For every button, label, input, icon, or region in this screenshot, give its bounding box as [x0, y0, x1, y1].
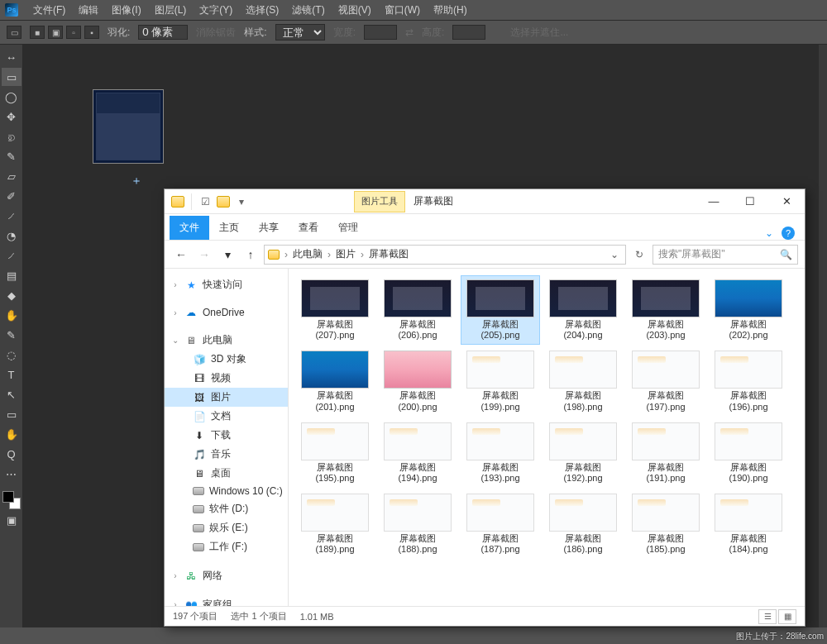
crumb-0[interactable]: 此电脑 [289, 246, 326, 263]
sidebar-onedrive[interactable]: ›☁OneDrive [165, 304, 288, 321]
file-item[interactable]: 屏幕截图 (205).png [461, 275, 540, 345]
ps-tool[interactable]: ◌ [2, 346, 22, 364]
intersect-selection-icon[interactable]: ▪ [84, 26, 99, 39]
file-item[interactable]: 屏幕截图 (194).png [378, 418, 457, 488]
recent-locations-icon[interactable]: ▾ [218, 245, 237, 265]
forward-button[interactable]: → [194, 245, 214, 265]
tab-share[interactable]: 共享 [249, 216, 289, 240]
menu-item[interactable]: 窗口(W) [378, 0, 427, 21]
sidebar-quick-access[interactable]: ›★快速访问 [165, 275, 288, 294]
ps-tool[interactable]: ✋ [2, 306, 22, 324]
sidebar-item[interactable]: 🖼图片 [165, 388, 288, 407]
menu-item[interactable]: 图层(L) [148, 0, 194, 21]
menu-item[interactable]: 滤镜(T) [285, 0, 331, 21]
style-select[interactable]: 正常 [275, 24, 325, 41]
customize-qat-icon[interactable]: ▾ [235, 195, 248, 208]
file-item[interactable]: 屏幕截图 (192).png [543, 418, 623, 488]
file-item[interactable]: 屏幕截图 (188).png [378, 489, 457, 559]
file-item[interactable]: 屏幕截图 (198).png [543, 346, 623, 416]
menu-item[interactable]: 帮助(H) [427, 0, 474, 21]
sidebar-item[interactable]: 娱乐 (E:) [165, 518, 288, 537]
document-thumbnail[interactable] [93, 89, 164, 164]
add-selection-icon[interactable]: ▣ [48, 26, 63, 39]
ps-tool[interactable]: ◯ [2, 88, 22, 106]
tab-file[interactable]: 文件 [170, 216, 209, 240]
sidebar-item[interactable]: 📄文档 [165, 407, 288, 426]
select-mask-button[interactable]: 选择并遮住... [510, 26, 568, 40]
ps-tool[interactable]: ✐ [2, 187, 22, 205]
file-item[interactable]: 屏幕截图 (189).png [295, 489, 375, 559]
close-button[interactable]: ✕ [768, 189, 805, 214]
sidebar-this-pc[interactable]: ⌄🖥此电脑 [165, 331, 288, 350]
sidebar-item[interactable]: 🎵音乐 [165, 445, 288, 464]
ps-tool[interactable]: ▱ [2, 167, 22, 185]
file-item[interactable]: 屏幕截图 (197).png [626, 346, 705, 416]
file-item[interactable]: 屏幕截图 (204).png [543, 275, 623, 345]
address-bar[interactable]: › 此电脑 › 图片 › 屏幕截图 ⌄ [264, 245, 626, 265]
back-button[interactable]: ← [171, 245, 191, 265]
menu-item[interactable]: 视图(V) [332, 0, 378, 21]
ps-right-collapsed-panel[interactable] [819, 45, 827, 627]
menu-item[interactable]: 编辑 [72, 0, 105, 21]
file-item[interactable]: 屏幕截图 (184).png [709, 489, 788, 559]
sidebar-item[interactable]: 软件 (D:) [165, 499, 288, 518]
color-swatch[interactable] [2, 491, 21, 509]
quick-mask-icon[interactable]: ▣ [2, 511, 22, 529]
maximize-button[interactable]: ☐ [732, 189, 768, 214]
file-item[interactable]: 屏幕截图 (191).png [626, 418, 705, 488]
props-icon[interactable]: ☑ [198, 195, 212, 208]
refresh-button[interactable]: ↻ [629, 245, 649, 265]
sidebar-homegroup[interactable]: ›👥家庭组 [165, 595, 288, 606]
ps-tool[interactable]: ◔ [2, 227, 22, 245]
ps-tool[interactable]: ✎ [2, 147, 22, 165]
ribbon-collapse-icon[interactable]: ⌄ [765, 227, 773, 239]
marquee-tool-preset-icon[interactable]: ▭ [7, 26, 22, 39]
address-dropdown-icon[interactable]: ⌄ [607, 249, 622, 260]
search-icon[interactable]: 🔍 [780, 249, 792, 260]
ps-tool[interactable]: ▭ [2, 68, 22, 86]
menu-item[interactable]: 文件(F) [26, 0, 72, 21]
file-item[interactable]: 屏幕截图 (203).png [626, 275, 705, 345]
ps-tool[interactable]: ✋ [2, 425, 22, 443]
file-item[interactable]: 屏幕截图 (193).png [461, 418, 540, 488]
new-folder-icon[interactable] [217, 196, 230, 208]
ps-tool[interactable]: ✥ [2, 107, 22, 126]
ps-tool[interactable]: ▤ [2, 266, 22, 284]
sidebar-item[interactable]: 🎞视频 [165, 369, 288, 388]
file-item[interactable]: 屏幕截图 (201).png [295, 346, 375, 416]
tab-view[interactable]: 查看 [289, 216, 328, 240]
sidebar-item[interactable]: ⬇下载 [165, 426, 288, 445]
content-pane[interactable]: 屏幕截图 (207).png屏幕截图 (206).png屏幕截图 (205).p… [289, 269, 805, 606]
ps-tool[interactable]: ⟄ [2, 127, 22, 145]
subtract-selection-icon[interactable]: ▫ [66, 26, 81, 39]
file-item[interactable]: 屏幕截图 (186).png [543, 489, 623, 559]
crumb-1[interactable]: 图片 [332, 246, 359, 263]
feather-input[interactable] [138, 25, 188, 40]
new-selection-icon[interactable]: ■ [30, 26, 45, 39]
search-box[interactable]: 搜索"屏幕截图" 🔍 [653, 245, 798, 265]
menu-item[interactable]: 文字(Y) [193, 0, 239, 21]
tab-home[interactable]: 主页 [209, 216, 249, 240]
ps-tool[interactable]: ▭ [2, 405, 22, 423]
file-item[interactable]: 屏幕截图 (206).png [378, 275, 457, 345]
ps-tool[interactable]: ⟋ [2, 246, 22, 265]
sidebar-item[interactable]: 工作 (F:) [165, 537, 288, 556]
file-item[interactable]: 屏幕截图 (196).png [709, 346, 788, 416]
ps-tool[interactable]: ↖ [2, 385, 22, 403]
explorer-titlebar[interactable]: ☑ ▾ 图片工具 屏幕截图 — ☐ ✕ [165, 189, 805, 214]
ps-tool[interactable]: ◆ [2, 286, 22, 304]
crumb-2[interactable]: 屏幕截图 [366, 246, 412, 263]
minimize-button[interactable]: — [696, 189, 732, 214]
tab-manage[interactable]: 管理 [328, 216, 368, 240]
thumbnails-view-button[interactable]: ▦ [778, 609, 796, 624]
file-item[interactable]: 屏幕截图 (200).png [378, 346, 457, 416]
ps-tool[interactable]: ⟋ [2, 207, 22, 225]
menu-item[interactable]: 选择(S) [239, 0, 285, 21]
sidebar-item[interactable]: 🖥桌面 [165, 464, 288, 483]
file-item[interactable]: 屏幕截图 (190).png [709, 418, 788, 488]
up-button[interactable]: ↑ [241, 245, 261, 265]
ps-tool[interactable]: ✎ [2, 326, 22, 344]
file-item[interactable]: 屏幕截图 (195).png [295, 418, 375, 488]
sidebar-network[interactable]: ›🖧网络 [165, 566, 288, 585]
menu-item[interactable]: 图像(I) [105, 0, 147, 21]
